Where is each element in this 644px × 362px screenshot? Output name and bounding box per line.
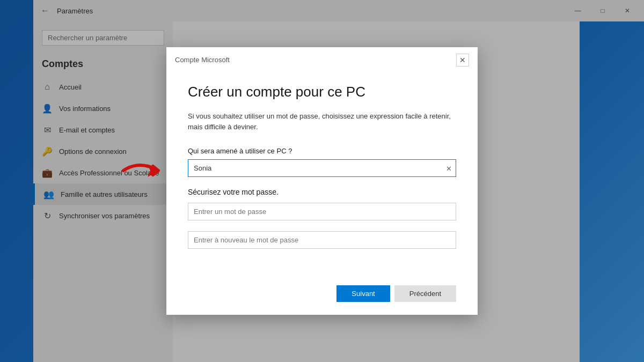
- password-confirm-input[interactable]: [188, 231, 456, 249]
- next-button[interactable]: Suivant: [336, 285, 390, 302]
- username-input[interactable]: [188, 159, 456, 177]
- password-input-wrapper: [188, 203, 456, 220]
- dialog-heading: Créer un compte pour ce PC: [188, 84, 456, 100]
- password-confirm-wrapper: [188, 231, 456, 249]
- modal-overlay: Compte Microsoft ✕ Créer un compte pour …: [0, 0, 644, 362]
- prev-button[interactable]: Précédent: [394, 285, 456, 302]
- dialog-footer: Suivant Précédent: [166, 277, 478, 315]
- username-input-wrapper: ✕: [188, 159, 456, 177]
- dialog: Compte Microsoft ✕ Créer un compte pour …: [166, 47, 478, 315]
- password-section-label: Sécurisez votre mot passe.: [188, 188, 456, 196]
- arrow-indicator: [118, 154, 166, 189]
- username-clear-icon[interactable]: ✕: [446, 164, 452, 172]
- dialog-title: Compte Microsoft: [175, 56, 230, 64]
- username-label: Qui sera amené à utiliser ce PC ?: [188, 147, 456, 155]
- password-input[interactable]: [188, 203, 456, 220]
- dialog-titlebar: Compte Microsoft ✕: [166, 47, 478, 71]
- dialog-description: Si vous souhaitez utiliser un mot de pas…: [188, 111, 456, 132]
- dialog-body: Créer un compte pour ce PC Si vous souha…: [166, 71, 478, 277]
- dialog-close-button[interactable]: ✕: [456, 54, 469, 67]
